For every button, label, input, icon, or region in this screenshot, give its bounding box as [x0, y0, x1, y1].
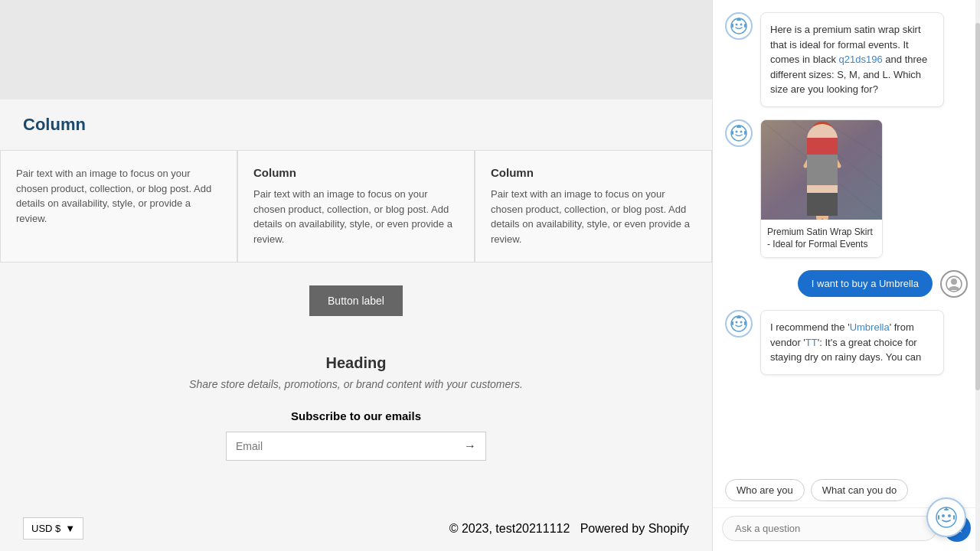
- heading-section: Heading Share store details, promotions,…: [0, 331, 712, 398]
- column-2: Column Pair text with an image to focus …: [237, 150, 475, 262]
- svg-rect-14: [732, 131, 733, 135]
- svg-rect-7: [744, 24, 746, 28]
- bot-avatar-3: [725, 310, 753, 337]
- main-content: Column Pair text with an image to focus …: [0, 0, 712, 551]
- column-2-title: Column: [253, 166, 459, 179]
- chat-input[interactable]: [722, 516, 937, 541]
- chat-messages: Here is a premium satin wrap skirt that …: [713, 0, 980, 470]
- floating-chat-button[interactable]: [926, 497, 966, 537]
- user-message: I want to buy a Umbrella: [725, 270, 968, 298]
- column-3-title: Column: [491, 166, 696, 179]
- svg-point-30: [736, 321, 738, 324]
- bot-bubble-2: I recommend the 'Umbrella' from vendor '…: [760, 310, 944, 375]
- top-banner: [0, 0, 712, 99]
- bot-avatar-2: [725, 119, 753, 147]
- svg-point-28: [951, 279, 957, 285]
- button-center: Button label: [0, 270, 712, 331]
- svg-rect-43: [938, 515, 939, 520]
- svg-point-38: [942, 514, 945, 517]
- svg-point-21: [812, 122, 832, 137]
- product-image: [761, 120, 883, 220]
- heading-subtext: Share store details, promotions, or bran…: [15, 378, 697, 390]
- user-avatar: [940, 270, 968, 298]
- user-bubble: I want to buy a Umbrella: [798, 270, 933, 297]
- email-row: →: [226, 432, 486, 461]
- product-card[interactable]: Premium Satin Wrap Skirt - Ideal for For…: [760, 119, 883, 259]
- svg-rect-44: [953, 515, 955, 520]
- currency-selector[interactable]: USD $ ▼: [23, 517, 83, 540]
- chat-scrollbar: [975, 0, 980, 551]
- column-3-body: Pair text with an image to focus on your…: [491, 187, 696, 246]
- column-2-body: Pair text with an image to focus on your…: [253, 187, 459, 246]
- suggestion-who-are-you[interactable]: Who are you: [725, 479, 805, 501]
- svg-rect-35: [732, 321, 733, 325]
- bot-message-2: I recommend the 'Umbrella' from vendor '…: [725, 310, 968, 375]
- svg-point-34: [738, 315, 740, 317]
- svg-point-31: [740, 321, 743, 324]
- svg-rect-36: [744, 321, 746, 325]
- svg-point-2: [740, 24, 743, 26]
- email-input[interactable]: [227, 432, 455, 460]
- svg-rect-26: [822, 212, 828, 220]
- columns-row: Pair text with an image to focus on your…: [0, 150, 712, 262]
- svg-point-5: [738, 18, 740, 19]
- chevron-down-icon: ▼: [65, 523, 75, 534]
- svg-point-39: [948, 514, 951, 517]
- bot-bubble-1: Here is a premium satin wrap skirt that …: [760, 12, 944, 107]
- product-name: Premium Satin Wrap Skirt - Ideal for For…: [767, 226, 876, 252]
- column-1-body: Pair text with an image to focus on your…: [16, 166, 221, 226]
- svg-line-23: [805, 149, 815, 166]
- footer-copyright: © 2023, test20211112 Powered by Shopify: [449, 522, 689, 536]
- svg-point-10: [740, 130, 743, 132]
- column-3: Column Pair text with an image to focus …: [475, 150, 712, 262]
- column-1: Pair text with an image to focus on your…: [0, 150, 237, 262]
- button-label[interactable]: Button label: [309, 285, 403, 316]
- suggestion-what-can-you-do[interactable]: What can you do: [811, 479, 909, 501]
- currency-value: USD $: [31, 523, 60, 534]
- email-submit-button[interactable]: →: [455, 432, 485, 460]
- footer-bar: USD $ ▼ © 2023, test20211112 Powered by …: [0, 506, 712, 551]
- bot-product-message: Premium Satin Wrap Skirt - Ideal for For…: [725, 119, 968, 259]
- svg-point-13: [738, 125, 740, 126]
- svg-rect-22: [815, 146, 830, 165]
- svg-point-9: [736, 130, 738, 132]
- svg-rect-15: [744, 131, 746, 135]
- svg-point-42: [946, 507, 947, 509]
- chat-scrollbar-thumb: [975, 23, 980, 390]
- page-heading: Heading: [15, 354, 697, 372]
- chat-panel: Here is a premium satin wrap skirt that …: [712, 0, 980, 551]
- section-heading: Column: [0, 99, 712, 142]
- svg-rect-25: [816, 212, 822, 220]
- svg-point-20: [813, 125, 831, 146]
- bot-message-1: Here is a premium satin wrap skirt that …: [725, 12, 968, 107]
- svg-point-1: [736, 24, 738, 26]
- svg-rect-6: [732, 24, 733, 28]
- subscribe-title: Subscribe to our emails: [15, 409, 697, 422]
- subscribe-section: Subscribe to our emails →: [0, 398, 712, 472]
- bot-avatar-1: [725, 12, 753, 40]
- product-card-info: Premium Satin Wrap Skirt - Ideal for For…: [761, 220, 882, 258]
